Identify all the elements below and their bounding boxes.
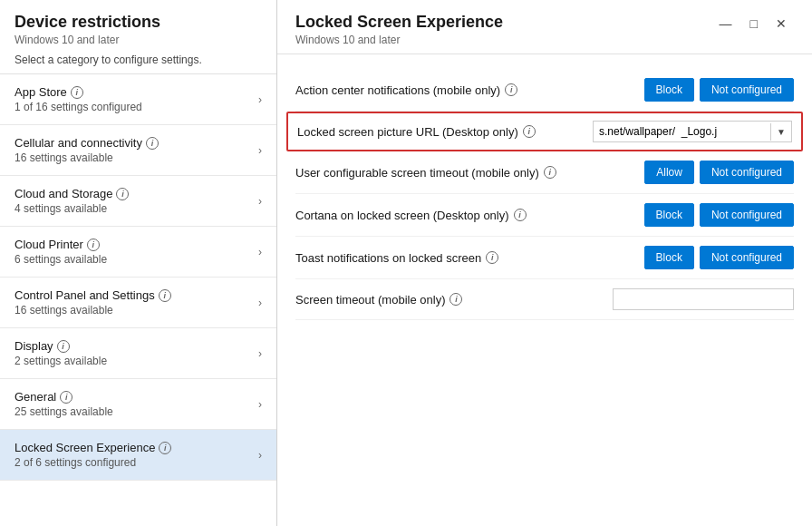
list-item-title: Control Panel and Settings i — [14, 288, 258, 302]
right-header-left: Locked Screen Experience Windows 10 and … — [295, 13, 503, 46]
setting-label-text: Action center notifications (mobile only… — [295, 83, 500, 97]
info-icon[interactable]: i — [57, 340, 70, 353]
list-item-content: Cloud and Storage i 4 settings available — [14, 187, 258, 215]
list-item-content: App Store i 1 of 16 settings configured — [14, 85, 258, 113]
chevron-right-icon: › — [258, 93, 262, 106]
sidebar-item-display[interactable]: Display i 2 settings available › — [0, 328, 276, 379]
left-list: App Store i 1 of 16 settings configured … — [0, 74, 276, 526]
setting-label: Toast notifications on locked screen i — [295, 251, 644, 265]
setting-label: Locked screen picture URL (Desktop only)… — [297, 125, 593, 139]
left-panel-subtitle: Windows 10 and later — [14, 34, 262, 46]
list-item-label: Cloud and Storage — [14, 187, 112, 200]
sidebar-item-cellular[interactable]: Cellular and connectivity i 16 settings … — [0, 125, 276, 176]
setting-controls: Block Not configured — [644, 203, 794, 227]
option-block-button[interactable]: Block — [644, 246, 694, 269]
sidebar-item-cloud-printer[interactable]: Cloud Printer i 6 settings available › — [0, 227, 276, 278]
setting-controls: Block Not configured — [644, 246, 794, 269]
info-icon[interactable]: i — [116, 188, 129, 200]
right-content: Action center notifications (mobile only… — [277, 54, 812, 526]
list-item-sub: 25 settings available — [14, 405, 258, 418]
setting-label: Action center notifications (mobile only… — [295, 83, 644, 97]
option-not-configured-button[interactable]: Not configured — [700, 203, 794, 227]
list-item-title: Cellular and connectivity i — [14, 136, 258, 150]
option-allow-button[interactable]: Allow — [644, 161, 694, 184]
list-item-sub: 2 of 6 settings configured — [14, 456, 258, 469]
list-item-title: Locked Screen Experience i — [14, 441, 258, 454]
right-header: Locked Screen Experience Windows 10 and … — [277, 0, 812, 54]
info-icon[interactable]: i — [146, 137, 159, 150]
close-button[interactable]: ✕ — [768, 13, 794, 34]
setting-label: User configurable screen timeout (mobile… — [295, 166, 644, 180]
list-item-label: Cloud Printer — [14, 238, 83, 251]
sidebar-item-locked-screen[interactable]: Locked Screen Experience i 2 of 6 settin… — [0, 430, 276, 481]
chevron-right-icon: › — [258, 347, 262, 360]
setting-row-cortana-locked: Cortana on locked screen (Desktop only) … — [295, 194, 794, 237]
list-item-title: Cloud Printer i — [14, 238, 258, 251]
url-input[interactable] — [594, 122, 770, 141]
list-item-content: General i 25 settings available — [14, 390, 258, 418]
info-icon[interactable]: i — [60, 391, 72, 404]
chevron-right-icon: › — [258, 144, 262, 157]
right-panel-subtitle: Windows 10 and later — [295, 34, 503, 46]
chevron-right-icon: › — [258, 246, 262, 258]
list-item-content: Control Panel and Settings i 16 settings… — [14, 288, 258, 317]
info-icon[interactable]: i — [87, 239, 100, 251]
sidebar-item-control-panel[interactable]: Control Panel and Settings i 16 settings… — [0, 278, 276, 328]
right-panel: Locked Screen Experience Windows 10 and … — [277, 0, 812, 526]
info-icon[interactable]: i — [505, 83, 517, 96]
url-input-wrapper: ▼ — [593, 121, 792, 142]
chevron-right-icon: › — [258, 398, 262, 411]
chevron-right-icon: › — [258, 449, 262, 462]
setting-row-toast-notifications: Toast notifications on locked screen i B… — [295, 237, 794, 279]
setting-controls: Block Not configured — [644, 78, 794, 102]
setting-label-text: Toast notifications on locked screen — [295, 251, 481, 265]
option-not-configured-button[interactable]: Not configured — [700, 161, 794, 184]
left-header: Device restrictions Windows 10 and later… — [0, 0, 276, 74]
info-icon[interactable]: i — [486, 251, 498, 264]
list-item-sub: 16 settings available — [14, 304, 258, 317]
info-icon[interactable]: i — [450, 293, 462, 306]
right-panel-title: Locked Screen Experience — [295, 13, 503, 32]
setting-label-text: User configurable screen timeout (mobile… — [295, 166, 539, 180]
sidebar-item-cloud-storage[interactable]: Cloud and Storage i 4 settings available… — [0, 176, 276, 227]
list-item-sub: 1 of 16 settings configured — [14, 101, 258, 113]
option-block-button[interactable]: Block — [644, 78, 694, 102]
list-item-sub: 16 settings available — [14, 151, 258, 164]
list-item-title: Cloud and Storage i — [14, 187, 258, 200]
info-icon[interactable]: i — [514, 209, 527, 221]
list-item-label: General — [14, 390, 56, 404]
list-item-content: Locked Screen Experience i 2 of 6 settin… — [14, 441, 258, 469]
setting-label-text: Screen timeout (mobile only) — [295, 293, 445, 307]
sidebar-item-app-store[interactable]: App Store i 1 of 16 settings configured … — [0, 74, 276, 125]
option-not-configured-button[interactable]: Not configured — [700, 246, 794, 269]
setting-row-action-center: Action center notifications (mobile only… — [295, 69, 794, 112]
chevron-right-icon: › — [258, 297, 262, 309]
text-input[interactable] — [613, 288, 794, 310]
list-item-content: Cellular and connectivity i 16 settings … — [14, 136, 258, 164]
setting-controls: Allow Not configured — [644, 161, 794, 184]
info-icon[interactable]: i — [159, 442, 171, 454]
setting-controls: ▼ — [593, 121, 792, 142]
chevron-right-icon: › — [258, 195, 262, 208]
setting-label: Screen timeout (mobile only) i — [295, 293, 613, 307]
list-item-label: Control Panel and Settings — [14, 288, 155, 302]
list-item-sub: 2 settings available — [14, 355, 258, 367]
option-block-button[interactable]: Block — [644, 203, 694, 227]
chevron-down-icon[interactable]: ▼ — [770, 123, 791, 141]
setting-label-text: Cortana on locked screen (Desktop only) — [295, 209, 509, 222]
info-icon[interactable]: i — [159, 289, 171, 302]
list-item-label: Cellular and connectivity — [14, 136, 142, 150]
list-item-sub: 4 settings available — [14, 202, 258, 215]
list-item-content: Cloud Printer i 6 settings available — [14, 238, 258, 266]
info-icon[interactable]: i — [523, 125, 536, 138]
maximize-button[interactable]: □ — [743, 13, 765, 34]
setting-row-locked-picture-url: Locked screen picture URL (Desktop only)… — [286, 112, 803, 151]
left-panel: Device restrictions Windows 10 and later… — [0, 0, 277, 526]
minimize-button[interactable]: — — [712, 13, 740, 34]
option-not-configured-button[interactable]: Not configured — [700, 78, 794, 102]
list-item-title: Display i — [14, 339, 258, 353]
info-icon[interactable]: i — [71, 86, 83, 99]
info-icon[interactable]: i — [544, 166, 556, 179]
setting-controls — [613, 288, 794, 310]
sidebar-item-general[interactable]: General i 25 settings available › — [0, 379, 276, 430]
